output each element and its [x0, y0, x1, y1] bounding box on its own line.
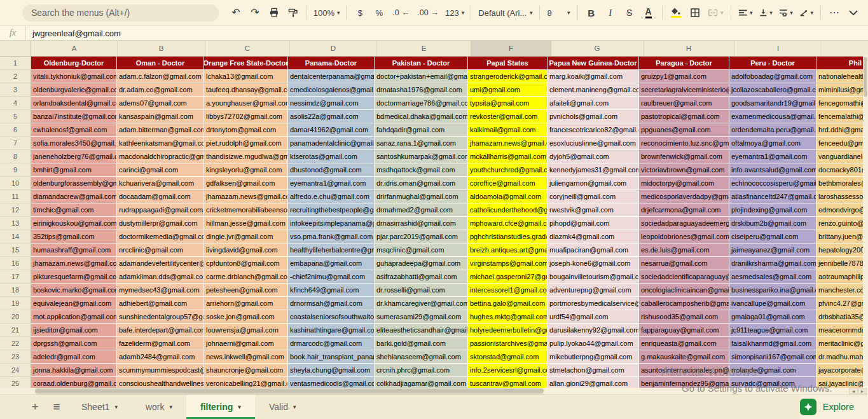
cell[interactable]: kennedyjames31@gmail.com: [548, 163, 639, 177]
row-number-21[interactable]: 21: [0, 324, 31, 337]
column-header-f[interactable]: F: [471, 41, 551, 56]
cell[interactable]: benjaminfernandez95@gmail.com: [639, 377, 729, 388]
cell[interactable]: jaimeayanez@gmail.com: [729, 244, 816, 257]
cell[interactable]: goodsamaritandr19@gmail.com: [729, 97, 816, 110]
cell[interactable]: pghchristianstudies.grad@gmail.com: [468, 230, 548, 244]
cell[interactable]: lchaka13@gmail.com: [204, 70, 288, 83]
cell[interactable]: ijsieditor@gmail.com: [31, 324, 117, 337]
cell[interactable]: banzai7institute@gmail.com: [31, 110, 117, 123]
undo-button[interactable]: ↶: [228, 4, 244, 22]
cell[interactable]: dustymillerpr@gmail.com: [117, 217, 204, 230]
cell[interactable]: adam.c.falzon@gmail.com: [117, 70, 204, 83]
decrease-decimal-button[interactable]: .0←: [390, 4, 412, 22]
cell[interactable]: -chief2nimu@gmail.com: [288, 270, 375, 284]
redo-button[interactable]: ↷: [247, 4, 263, 22]
cell[interactable]: drbsbhatia35@gmail.com: [816, 310, 864, 324]
cell[interactable]: kalkimail@gmail.com: [468, 123, 548, 137]
cell[interactable]: dr.rosselli@gmail.com: [375, 284, 468, 297]
cell[interactable]: medicosporlaverdadpy@gmail.com: [639, 190, 729, 203]
cell[interactable]: sanaz.rana.1@gmail.com: [375, 137, 468, 150]
cell[interactable]: cricketmemorabiliabeensou@gmail.com: [204, 203, 288, 217]
column-header-h[interactable]: H: [644, 41, 734, 56]
horizontal-scrollbar-thumb[interactable]: [35, 388, 544, 394]
cell[interactable]: brownfenwick@gmail.com: [639, 150, 729, 163]
cell[interactable]: book.hair_transplant_panama@gmail.com: [288, 350, 375, 364]
row-number-25[interactable]: 25: [0, 377, 31, 388]
cell[interactable]: msdhqattock@gmail.com: [375, 163, 468, 177]
cell[interactable]: colkhadjiagamar@gmail.com: [375, 377, 468, 388]
row-number-5[interactable]: 5: [0, 110, 31, 123]
cell[interactable]: fahdqadir@gmail.com: [375, 123, 468, 137]
cell[interactable]: bethbmorales@gmail.com: [816, 177, 864, 190]
row-number-13[interactable]: 13: [0, 217, 31, 230]
cell[interactable]: damar41962@gmail.com: [288, 123, 375, 137]
cell[interactable]: oncologiaclinicaincan@gmail.com: [639, 284, 729, 297]
cell[interactable]: rrolande@gmail.com: [729, 364, 816, 377]
cell[interactable]: laroshassesso@gmail.com: [816, 190, 864, 203]
cell[interactable]: survadc@gmail.com: [729, 377, 816, 388]
cell[interactable]: virginstamps@gmail.com: [468, 257, 548, 270]
cell[interactable]: stmelachon@gmail.com: [548, 364, 639, 377]
cell[interactable]: mikebutlerpng@gmail.com: [548, 350, 639, 364]
vertical-align-button[interactable]: ▾: [757, 4, 775, 22]
cell[interactable]: hepatology200@gmail.com: [816, 244, 864, 257]
cell[interactable]: oftalmoya@gmail.com: [729, 137, 816, 150]
format-percent-button[interactable]: %: [371, 4, 387, 22]
header-cell[interactable]: Oman - Doctor: [117, 57, 204, 70]
cell[interactable]: manchester.co@gmail.com: [816, 284, 864, 297]
cell[interactable]: bafe.interdepart@gmail.com: [117, 324, 204, 337]
cell[interactable]: doctormarriage786@gmail.com: [375, 97, 468, 110]
cell[interactable]: ktserotas@gmail.com: [288, 150, 375, 163]
cell[interactable]: edmondvirgo@gmail.com: [816, 203, 864, 217]
text-color-button[interactable]: A: [640, 4, 657, 22]
cell[interactable]: hughes.mktg@gmail.com: [468, 310, 548, 324]
header-cell[interactable]: Peru - Doctor: [729, 57, 816, 70]
bold-button[interactable]: B: [583, 4, 600, 22]
increase-decimal-button[interactable]: .00→: [415, 4, 441, 22]
cell[interactable]: dingie.jvr@gmail.com: [204, 230, 288, 244]
cell[interactable]: scummymummiespodcast@gmail.com: [117, 364, 204, 377]
cell[interactable]: adems07@gmail.com: [117, 97, 204, 110]
cell[interactable]: meritaclinic@gmail.com: [816, 337, 864, 350]
cell[interactable]: piet.rudolph@gmail.com: [204, 137, 288, 150]
row-number-23[interactable]: 23: [0, 350, 31, 364]
cell[interactable]: urdf54@gmail.com: [548, 310, 639, 324]
cell[interactable]: taufeeq.dhansay@gmail.com: [204, 83, 288, 97]
cell[interactable]: panamadentalclinic@gmail.com: [288, 137, 375, 150]
cell[interactable]: eirinigkouskou@gmail.com: [31, 217, 117, 230]
borders-button[interactable]: [687, 4, 703, 22]
more-formats-button[interactable]: 123▾: [444, 4, 465, 22]
cell[interactable]: nessimdz@gmail.com: [288, 97, 375, 110]
cell[interactable]: jcollazoscaballero@gmail.com: [729, 83, 816, 97]
row-number-10[interactable]: 10: [0, 177, 31, 190]
cell[interactable]: mymedsec43@gmail.com: [117, 284, 204, 297]
cell[interactable]: atlasfinanceltd247@gmail.com: [729, 190, 816, 203]
cell[interactable]: livingdavid@gmail.com: [204, 244, 288, 257]
cell[interactable]: cwhalenosf@gmail.com: [31, 123, 117, 137]
fill-color-button[interactable]: [668, 4, 684, 22]
cell[interactable]: dhustonod@gmail.com: [288, 163, 375, 177]
cell[interactable]: faisalkhanmd@gmail.com: [729, 337, 816, 350]
cell[interactable]: cmedicolosgalenos@gmail.com: [288, 83, 375, 97]
cell[interactable]: rishusood35@gmail.com: [639, 310, 729, 324]
cell[interactable]: boskovic.marko@gmail.com: [31, 284, 117, 297]
cell[interactable]: adolfoboadag@gmail.com: [729, 70, 816, 83]
cell[interactable]: umi@gmail.com: [468, 83, 548, 97]
cell[interactable]: adhiebert@gmail.com: [117, 297, 204, 310]
cell[interactable]: sktonstad@gmail.com: [468, 350, 548, 364]
all-sheets-button[interactable]: ≡: [46, 395, 67, 419]
cell[interactable]: kashinathtingare@gmail.com: [288, 324, 375, 337]
cell[interactable]: veronicabelling21@gmail.com: [204, 377, 288, 388]
row-number-24[interactable]: 24: [0, 364, 31, 377]
cell[interactable]: caballerocamposherib@gmail.com: [639, 297, 729, 310]
cell[interactable]: fapparaguay@gmail.com: [639, 324, 729, 337]
cell[interactable]: sheyla.chung@gmail.com: [288, 364, 375, 377]
cell[interactable]: oldenburgforassembly@gmail.com: [31, 177, 117, 190]
cell[interactable]: adam.bitterman@gmail.com: [117, 123, 204, 137]
cell[interactable]: clement.manineng@gmail.com: [548, 83, 639, 97]
cell[interactable]: jc911teague@gmail.com: [729, 324, 816, 337]
cell[interactable]: info.avantsalud@gmail.com: [729, 163, 816, 177]
cell[interactable]: kchuarivera@gmail.com: [117, 177, 204, 190]
cell[interactable]: adventurepng@gmail.com: [548, 284, 639, 297]
row-number-22[interactable]: 22: [0, 337, 31, 350]
